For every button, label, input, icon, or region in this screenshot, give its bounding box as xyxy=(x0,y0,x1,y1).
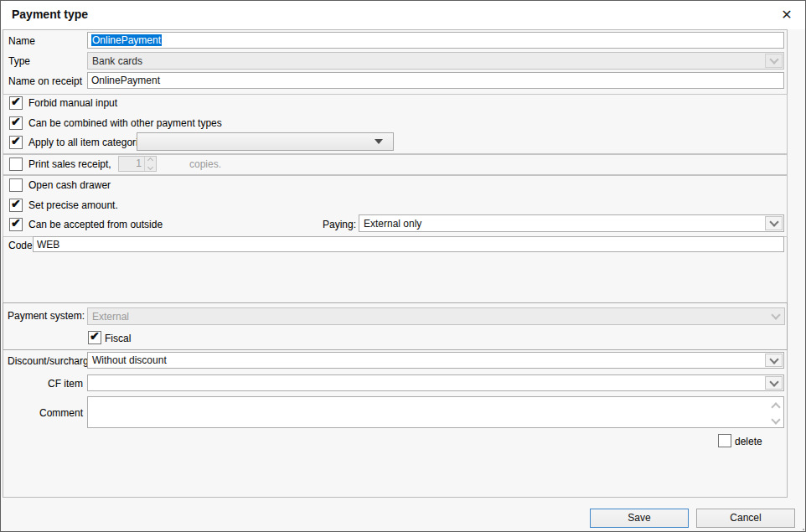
name-on-receipt-input[interactable] xyxy=(87,72,784,89)
resize-grip-icon[interactable] xyxy=(799,525,801,527)
chevron-down-icon xyxy=(765,376,783,390)
discount-combobox[interactable]: Without discount xyxy=(87,352,784,369)
delete-checkbox[interactable] xyxy=(718,434,731,447)
comment-label: Comment xyxy=(8,407,83,419)
payment-system-label: Payment system: xyxy=(8,310,85,322)
chevron-down-icon xyxy=(765,54,783,68)
titlebar: Payment type ✕ xyxy=(1,1,805,29)
dialog-title: Payment type xyxy=(12,8,88,21)
delete-label: delete xyxy=(735,436,762,447)
cf-item-combobox[interactable] xyxy=(87,374,784,391)
name-label: Name xyxy=(8,35,35,47)
item-categories-dropdown[interactable] xyxy=(137,132,394,151)
spinner-up-icon xyxy=(147,158,153,163)
apply-all-categories-label: Apply to all item categories xyxy=(28,137,148,148)
copies-suffix-label: copies. xyxy=(189,158,221,170)
forbid-manual-input-label: Forbid manual input xyxy=(28,97,117,109)
fiscal-checkbox[interactable] xyxy=(88,331,101,344)
spinner-down-icon xyxy=(147,164,153,170)
paying-combobox[interactable]: External only xyxy=(359,214,784,232)
comment-scrollbar[interactable] xyxy=(769,399,782,426)
save-button[interactable]: Save xyxy=(590,509,689,528)
name-input[interactable]: OnlinePayment xyxy=(87,32,784,49)
chevron-down-icon xyxy=(767,309,783,323)
cf-item-label: CF item xyxy=(8,378,83,390)
type-combobox-value: Bank cards xyxy=(92,55,142,67)
cancel-button[interactable]: Cancel xyxy=(696,509,795,528)
accepted-from-outside-label: Can be accepted from outside xyxy=(28,219,163,230)
code-input[interactable] xyxy=(33,236,784,252)
payment-type-dialog: Payment type ✕ Name OnlinePayment Type B… xyxy=(0,0,806,532)
scroll-up-icon[interactable] xyxy=(771,402,780,411)
chevron-down-icon xyxy=(765,216,783,230)
combinable-checkbox[interactable] xyxy=(9,116,23,130)
paying-combobox-value: External only xyxy=(364,218,421,230)
open-cash-drawer-label: Open cash drawer xyxy=(28,179,111,191)
triangle-down-icon xyxy=(375,139,383,144)
set-precise-amount-label: Set precise amount. xyxy=(28,199,118,211)
copies-stepper: 1 xyxy=(118,156,157,172)
print-sales-receipt-label: Print sales receipt, xyxy=(28,158,111,170)
forbid-manual-input-checkbox[interactable] xyxy=(9,96,23,110)
open-cash-drawer-checkbox[interactable] xyxy=(9,178,23,192)
name-on-receipt-label: Name on receipt xyxy=(8,75,82,87)
discount-label: Discount/surcharge xyxy=(8,355,94,367)
type-label: Type xyxy=(8,55,30,67)
type-combobox: Bank cards xyxy=(87,52,784,70)
code-label: Code xyxy=(8,240,33,251)
scroll-down-icon[interactable] xyxy=(771,415,780,424)
copies-stepper-value: 1 xyxy=(119,157,144,171)
name-input-selected-text: OnlinePayment xyxy=(91,34,162,46)
apply-all-categories-checkbox[interactable] xyxy=(9,136,23,149)
comment-textarea[interactable] xyxy=(87,396,784,428)
payment-system-combobox-value: External xyxy=(92,311,129,323)
combinable-label: Can be combined with other payment types xyxy=(28,117,222,129)
print-sales-receipt-checkbox[interactable] xyxy=(9,158,23,171)
chevron-down-icon xyxy=(765,354,783,367)
paying-label: Paying: xyxy=(323,219,356,230)
payment-system-combobox: External xyxy=(87,307,785,325)
close-icon[interactable]: ✕ xyxy=(778,6,796,24)
fiscal-label: Fiscal xyxy=(105,333,131,344)
discount-combobox-value: Without discount xyxy=(92,354,167,366)
accepted-from-outside-checkbox[interactable] xyxy=(9,218,23,231)
set-precise-amount-checkbox[interactable] xyxy=(9,199,23,212)
